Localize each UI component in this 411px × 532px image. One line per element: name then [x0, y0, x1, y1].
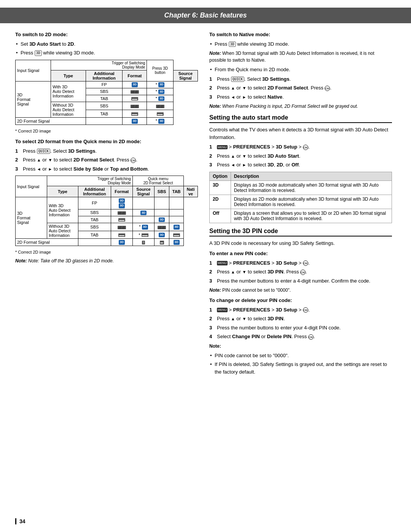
switch-2d-bullet-2: Press 3D while viewing 3D mode.: [15, 49, 198, 57]
t1-3d-format-signal: 3DFormatSignal: [16, 81, 51, 118]
t1-sbs: SBS: [86, 88, 123, 95]
t2-2d-src: 3D: [111, 239, 132, 246]
opt-3d-label: 3D: [210, 181, 231, 195]
t2-tab-src: ▬▬: [111, 216, 132, 223]
ok-icon-7: OK: [308, 334, 314, 340]
quick-key-2: QUICK: [231, 77, 244, 82]
t2-3d-format: 3DFormatSignal: [16, 197, 47, 239]
t2-wo-sbs: SBS: [78, 223, 111, 231]
signal-table-2: Input Signal Trigger of SwitchingDisplay…: [15, 176, 198, 246]
t2-tab-native: [169, 216, 184, 223]
t2-2d-format-cell: [78, 239, 111, 246]
right-arrow: ►: [48, 167, 53, 171]
t2-fp-native: [169, 197, 184, 209]
t2-sbs-src: ⬛⬛: [111, 209, 132, 216]
t1-trigger-label: Trigger of SwitchingDisplay Mode: [51, 60, 147, 70]
select-2d-step-3: 3Press ◄ or ► to select Side by Side or …: [15, 165, 198, 173]
enter-pin-step-3: 3Press the number buttons to enter a 4-d…: [209, 277, 392, 285]
select-2d-steps: 1Press QUICK. Select 3D Settings. 2Press…: [15, 147, 198, 173]
ok-icon-2: OK: [325, 86, 330, 91]
change-pin-notes: PIN code cannot be set to "0000". If PIN…: [209, 352, 392, 376]
up-arrow: ▲: [37, 158, 41, 162]
t2-fp-sbs: [132, 197, 154, 209]
t2-th-sbs: SBS: [155, 186, 169, 197]
t2-fp: FP: [78, 197, 111, 209]
t1-wo-sbs-btn: ⬛⬛: [147, 102, 173, 110]
switch-2d-bullet-1: Set 3D Auto Start to 2D.: [15, 40, 198, 48]
native-step-1: 1Press QUICK. Select 3D Settings.: [209, 75, 392, 83]
t1-fp-src: 3D: [123, 81, 147, 88]
t2-th-tab: TAB: [169, 186, 184, 197]
opt-2d-desc: Displays as 2D mode automatically when 3…: [231, 195, 392, 209]
t2-fp-tab: [155, 197, 169, 209]
opt-off-desc: Displays a screen that allows you to sel…: [231, 209, 392, 223]
auto-step-1: 1MENU > PREFERENCES > 3D Setup > OK.: [209, 143, 392, 151]
3d-key-icon: 3D: [35, 50, 42, 56]
ok-icon-5: OK: [300, 270, 306, 275]
table1-wrapper: Input Signal Trigger of SwitchingDisplay…: [15, 60, 198, 125]
t1-press-button: Press 3Dbutton: [147, 60, 173, 81]
change-pin-step-2: 2Press ▲ or ▼ to select 3D PIN.: [209, 315, 392, 323]
change-pin-step-1: 1MENU > PREFERENCES > 3D Setup > OK.: [209, 306, 392, 314]
left-arrow: ◄: [37, 167, 41, 171]
table2-wrapper: Input Signal Trigger of SwitchingDisplay…: [15, 176, 198, 246]
t2-wo-sbs-src: ⬛⬛: [111, 223, 132, 231]
t2-2d-format: 2D Format Signal: [16, 239, 78, 246]
switch-2d-bullets: Set 3D Auto Start to 2D. Press 3D while …: [15, 40, 198, 57]
content-area: To switch to 2D mode: Set 3D Auto Start …: [0, 31, 411, 377]
t2-sbs-sbs: 3D: [132, 209, 154, 216]
t1-sbs-src: ⬛⬛: [123, 88, 147, 95]
t1-fp: FP: [86, 81, 123, 88]
enter-pin-step-1: 1MENU > PREFERENCES > 3D Setup > OK.: [209, 259, 392, 267]
t2-fp-src: 3D3D: [111, 197, 132, 209]
select-2d-step-2: 2Press ▲ or ▼ to select 2D Format Select…: [15, 156, 198, 164]
t1-tab: TAB: [86, 95, 123, 102]
select-2d-step-1: 1Press QUICK. Select 3D Settings.: [15, 147, 198, 155]
menu-icon-1: MENU: [217, 145, 228, 150]
t2-tab: TAB: [78, 216, 111, 223]
t2-sbs-native: [169, 209, 184, 216]
t2-tab-tab: 3D: [155, 216, 169, 223]
t1-sbs-btn: * 3D: [147, 88, 173, 95]
change-pin-step-4: 4Select Change PIN or Delete PIN. Press …: [209, 333, 392, 340]
t2-2d-native: 3D: [169, 239, 184, 246]
opt-row-off: Off Displays a screen that allows you to…: [210, 209, 392, 223]
option-table: Option Description 3D Displays as 3D mod…: [209, 172, 392, 223]
ok-icon-4: OK: [303, 260, 308, 266]
t2-with-3d: With 3DAuto DetectInformation: [47, 197, 78, 223]
t1-wo-tab-btn: ▬▬: [147, 110, 173, 118]
t1-2d-btn: 3D: [123, 118, 147, 125]
t2-tab-sbs: [132, 216, 154, 223]
native-step-2: 2Press ▲ or ▼ to select 2D Format Select…: [209, 84, 392, 92]
t2-input-signal: Input Signal: [16, 176, 47, 197]
t2-trigger-label: Trigger of SwitchingDisplay Mode: [47, 176, 132, 186]
change-pin-heading: To change or delete your PIN code:: [209, 297, 392, 304]
t1-tab-btn: * 3D: [147, 95, 173, 102]
t2-without-3d: Without 3DAuto DetectInformation: [47, 223, 78, 239]
t1-2d-format: 2D Format Signal: [16, 118, 86, 125]
change-pin-note-1: PIN code cannot be set to "0000".: [209, 352, 392, 359]
switch-native-bullet: Press 3D while viewing 3D mode.: [209, 40, 392, 48]
note-native-1: Note: When 3D format signal with 3D Auto…: [209, 50, 392, 64]
chapter-header: Chapter 6: Basic features: [0, 8, 411, 23]
opt-row-3d: 3D Displays as 3D mode automatically whe…: [210, 181, 392, 195]
t2-quick-menu: Quick menu2D Format Select: [132, 176, 183, 186]
pin-heading: Setting the 3D PIN code: [209, 228, 392, 236]
t1-with-3d: With 3DAuto DetectInformation: [51, 81, 86, 102]
switch-2d-heading: To switch to 2D mode:: [15, 31, 198, 38]
change-pin-step-3: 3Press the number buttons to enter your …: [209, 324, 392, 332]
auto-step-3: 3Press ◄ or ► to select 3D, 2D, or Off.: [209, 161, 392, 169]
bottom-note: Note: Note: Take off the 3D glasses in 2…: [15, 257, 198, 264]
chapter-title: Chapter 6: Basic features: [164, 11, 247, 19]
opt-3d-desc: Displays as 3D mode automatically when 3…: [231, 181, 392, 195]
t2-wo-tab-tab: 3D: [155, 231, 169, 239]
enter-pin-step-2: 2Press ▲ or ▼ to select 3D PIN. Press OK…: [209, 268, 392, 276]
pin-desc: A 3D PIN code is necessary for using 3D …: [209, 240, 392, 247]
table2-asterisk: * Correct 2D image: [15, 249, 198, 256]
auto-start-steps: 1MENU > PREFERENCES > 3D Setup > OK. 2Pr…: [209, 143, 392, 169]
t1-wo-sbs-src: ⬛⬛: [123, 102, 147, 110]
page-number: 34: [15, 518, 25, 524]
t2-wo-tab-src: ▬▬: [111, 231, 132, 239]
note-native-2: Note: When Frame Packing is input, 2D Fo…: [209, 103, 392, 110]
change-pin-steps: 1MENU > PREFERENCES > 3D Setup > OK. 2Pr…: [209, 306, 392, 340]
